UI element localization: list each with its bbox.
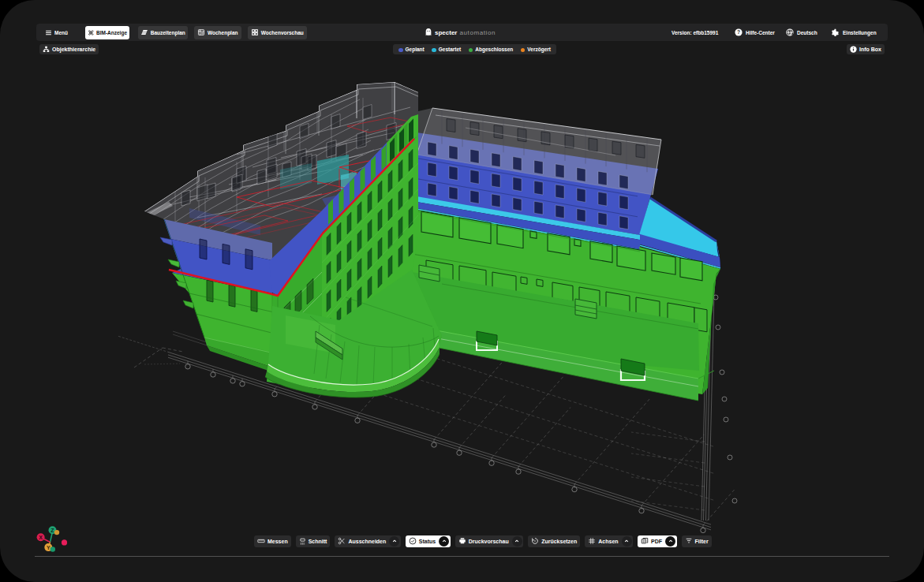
svg-text:X: X: [39, 535, 43, 540]
svg-text:Z: Z: [51, 528, 54, 533]
svg-text:Y: Y: [47, 545, 51, 550]
svg-text:?: ?: [737, 29, 740, 35]
